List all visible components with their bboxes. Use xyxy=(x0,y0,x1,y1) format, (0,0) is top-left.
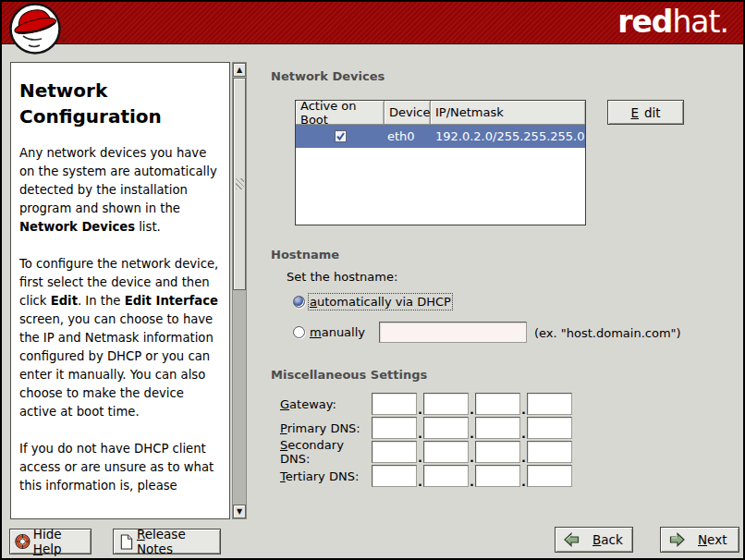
misc-settings-section-label: Miscellaneous Settings xyxy=(271,368,427,382)
redhat-wordmark: redhat. xyxy=(617,4,728,40)
secondary-dns-octet-1[interactable] xyxy=(372,441,417,463)
secondary-dns-octet-2[interactable] xyxy=(423,441,469,463)
hide-help-label: Hide Help xyxy=(33,527,91,556)
ip-netmask-value: 192.0.2.0/255.255.255.0 xyxy=(431,129,585,143)
gateway-label: Gateway: xyxy=(280,397,372,411)
hostname-prompt: Set the hostname: xyxy=(287,270,397,284)
hide-help-button[interactable]: Hide Help xyxy=(9,529,92,554)
column-header-ip-netmask[interactable]: IP/Netmask xyxy=(431,101,585,125)
radio-manual-label[interactable]: manually xyxy=(310,325,365,339)
scroll-down-icon[interactable]: ▼ xyxy=(233,505,246,518)
help-paragraph: To configure the network device, first s… xyxy=(19,255,221,421)
tertiary-dns-row: Tertiary DNS: . . . xyxy=(280,465,572,487)
registered-trademark: ® xyxy=(60,37,67,44)
gateway-octet-2[interactable] xyxy=(423,393,469,415)
tertiary-dns-label: Tertiary DNS: xyxy=(280,469,372,483)
misc-settings-grid: Gateway: . . . Primary DNS: . . . Second… xyxy=(280,393,572,489)
table-header: Active on Boot Device IP/Netmask xyxy=(296,101,585,125)
tertiary-dns-octet-3[interactable] xyxy=(475,465,520,487)
network-devices-table: Active on Boot Device IP/Netmask eth0 19… xyxy=(295,100,586,225)
scrollbar-thumb[interactable] xyxy=(233,78,246,290)
wordmark-bold: red xyxy=(617,4,672,40)
next-button[interactable]: Next xyxy=(660,527,739,553)
primary-dns-octet-2[interactable] xyxy=(423,417,469,439)
primary-dns-label: Primary DNS: xyxy=(280,421,372,435)
gateway-row: Gateway: . . . xyxy=(280,393,572,415)
help-paragraph: Any network devices you have on the syst… xyxy=(19,144,221,237)
release-notes-label: Release Notes xyxy=(137,527,220,556)
back-label: Back xyxy=(592,532,623,547)
help-title: Network Configuration xyxy=(19,78,221,129)
tertiary-dns-octet-4[interactable] xyxy=(527,465,572,487)
release-notes-button[interactable]: Release Notes xyxy=(113,529,221,554)
back-button[interactable]: Back xyxy=(555,527,633,553)
scroll-up-icon[interactable]: ▲ xyxy=(233,63,246,77)
primary-dns-row: Primary DNS: . . . xyxy=(280,417,572,439)
column-header-active-on-boot[interactable]: Active on Boot xyxy=(296,101,385,125)
back-arrow-icon xyxy=(564,532,580,547)
network-devices-section-label: Network Devices xyxy=(271,69,385,83)
life-preserver-icon xyxy=(14,532,31,551)
radio-automatic-dhcp-label[interactable]: automatically via DHCP xyxy=(310,295,451,309)
secondary-dns-label: Secondary DNS: xyxy=(280,438,372,466)
secondary-dns-octet-3[interactable] xyxy=(475,441,520,463)
column-header-device[interactable]: Device xyxy=(385,101,431,125)
help-paragraph: If you do not have DHCP client access or… xyxy=(19,440,221,495)
gateway-octet-4[interactable] xyxy=(527,393,572,415)
primary-dns-octet-3[interactable] xyxy=(475,417,520,439)
primary-dns-octet-1[interactable] xyxy=(372,417,417,439)
check-icon xyxy=(336,131,346,141)
hostname-input[interactable] xyxy=(379,322,527,343)
device-name: eth0 xyxy=(385,129,431,143)
gateway-octet-1[interactable] xyxy=(372,393,417,415)
redhat-shadowman-icon xyxy=(6,3,66,58)
hostname-section-label: Hostname xyxy=(271,248,339,262)
edit-button[interactable]: Edit xyxy=(607,100,684,125)
next-label: Next xyxy=(698,532,727,547)
tertiary-dns-octet-2[interactable] xyxy=(423,465,469,487)
scrollbar-grip xyxy=(236,178,244,189)
hostname-hint: (ex. "host.domain.com") xyxy=(534,326,681,340)
table-row[interactable]: eth0 192.0.2.0/255.255.255.0 xyxy=(296,125,585,148)
help-scrollbar[interactable]: ▲ ▼ xyxy=(232,62,247,519)
primary-dns-octet-4[interactable] xyxy=(527,417,572,439)
secondary-dns-octet-4[interactable] xyxy=(527,441,572,463)
radio-manual[interactable] xyxy=(293,326,305,338)
wordmark-rest: hat. xyxy=(672,4,728,40)
tertiary-dns-octet-1[interactable] xyxy=(372,465,417,487)
brand-bar: redhat. xyxy=(2,2,743,44)
gateway-octet-3[interactable] xyxy=(475,393,520,415)
radio-automatic-dhcp[interactable] xyxy=(293,296,305,308)
next-arrow-icon xyxy=(669,532,685,547)
active-on-boot-checkbox[interactable] xyxy=(335,130,347,142)
help-panel: Network Configuration Any network device… xyxy=(10,62,230,519)
secondary-dns-row: Secondary DNS: . . . xyxy=(280,441,572,463)
installer-window: redhat. ® Network Configuration Any netw… xyxy=(0,0,745,560)
document-icon xyxy=(119,533,134,551)
